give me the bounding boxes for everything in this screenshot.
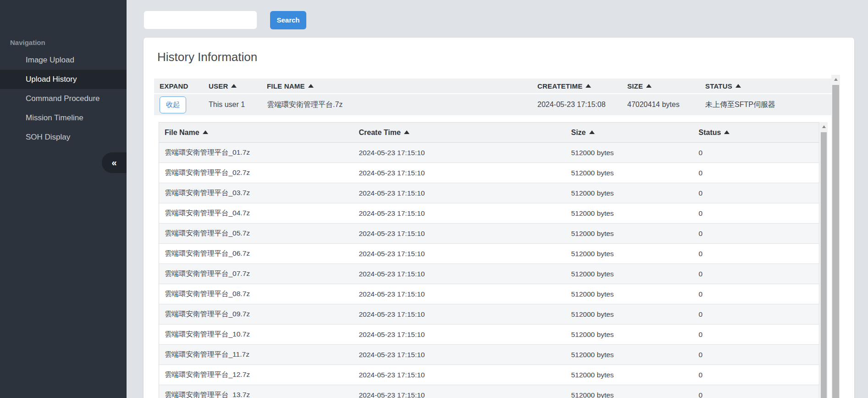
search-button[interactable]: Search <box>270 11 306 29</box>
sort-asc-icon <box>586 84 591 88</box>
outer-column-createtime[interactable]: CREATETIME <box>532 78 622 94</box>
cell-status: 0 <box>693 304 819 325</box>
cell-file-name: 雲端環安衛管理平台.7z <box>261 94 532 115</box>
cell-file-name: 雲端環安衛管理平台_02.7z <box>159 163 354 183</box>
cell-size: 512000 bytes <box>566 264 693 284</box>
column-label: CREATETIME <box>537 82 582 90</box>
inner-column-size[interactable]: Size <box>566 123 693 143</box>
file-parts-table: File NameCreate TimeSizeStatus 雲端環安衛管理平台… <box>159 122 819 398</box>
cell-create-time: 2024-05-23 17:15:10 <box>354 163 566 183</box>
cell-file-name: 雲端環安衛管理平台_05.7z <box>159 224 354 244</box>
history-panel-body: History Information EXPANDUSERFILE NAMEC… <box>144 38 854 398</box>
column-label: STATUS <box>705 82 732 90</box>
cell-create-time: 2024-05-23 17:15:10 <box>354 304 566 325</box>
sidebar-item-upload-history[interactable]: Upload History <box>0 70 127 89</box>
inner-scrollbar[interactable] <box>820 122 828 398</box>
cell-status: 0 <box>693 183 819 203</box>
sort-asc-icon <box>308 84 314 88</box>
sidebar-collapse-button[interactable]: « <box>102 152 127 173</box>
cell-status: 0 <box>693 163 819 183</box>
cell-createtime: 2024-05-23 17:15:08 <box>532 94 622 115</box>
cell-status: 未上傳至SFTP伺服器 <box>700 94 831 115</box>
cell-size: 512000 bytes <box>566 385 693 398</box>
inner-table-body: 雲端環安衛管理平台_01.7z2024-05-23 17:15:10512000… <box>159 143 819 398</box>
table-row: 雲端環安衛管理平台_08.7z2024-05-23 17:15:10512000… <box>159 284 819 304</box>
column-label: Status <box>699 129 721 136</box>
main-content: Search History Information EXPANDUSERFIL… <box>127 0 868 398</box>
cell-create-time: 2024-05-23 17:15:10 <box>354 284 566 304</box>
cell-file-name: 雲端環安衛管理平台_09.7z <box>159 304 354 325</box>
cell-file-name: 雲端環安衛管理平台_03.7z <box>159 183 354 203</box>
cell-file-name: 雲端環安衛管理平台_10.7z <box>159 325 354 345</box>
outer-column-user[interactable]: USER <box>203 78 261 94</box>
page-title: History Information <box>157 50 854 64</box>
scroll-up-button[interactable] <box>820 122 828 131</box>
sidebar-item-mission-timeline[interactable]: Mission Timeline <box>0 108 127 128</box>
column-label: Create Time <box>359 129 401 136</box>
cell-status: 0 <box>693 325 819 345</box>
table-row: 雲端環安衛管理平台_01.7z2024-05-23 17:15:10512000… <box>159 143 819 163</box>
cell-create-time: 2024-05-23 17:15:10 <box>354 325 566 345</box>
cell-create-time: 2024-05-23 17:15:10 <box>354 143 566 163</box>
sidebar-item-soh-display[interactable]: SOH Display <box>0 128 127 147</box>
cell-size: 512000 bytes <box>566 284 693 304</box>
inner-column-file-name[interactable]: File Name <box>159 123 354 143</box>
sort-asc-icon <box>231 84 237 88</box>
cell-create-time: 2024-05-23 17:15:10 <box>354 264 566 284</box>
outer-column-status[interactable]: STATUS <box>700 78 831 94</box>
cell-size: 512000 bytes <box>566 183 693 203</box>
column-label: SIZE <box>627 82 643 90</box>
cell-status: 0 <box>693 284 819 304</box>
sidebar-item-image-upload[interactable]: Image Upload <box>0 50 127 70</box>
sort-asc-icon <box>735 84 741 88</box>
cell-create-time: 2024-05-23 17:15:10 <box>354 365 566 385</box>
column-label: Size <box>571 129 586 136</box>
cell-size: 512000 bytes <box>566 224 693 244</box>
outer-column-size[interactable]: SIZE <box>622 78 700 94</box>
sort-asc-icon <box>203 130 208 134</box>
cell-status: 0 <box>693 244 819 264</box>
cell-file-name: 雲端環安衛管理平台_07.7z <box>159 264 354 284</box>
column-label: USER <box>209 82 228 90</box>
table-row: 雲端環安衛管理平台_02.7z2024-05-23 17:15:10512000… <box>159 163 819 183</box>
inner-scrollbar-thumb[interactable] <box>821 132 827 398</box>
cell-size: 512000 bytes <box>566 163 693 183</box>
cell-status: 0 <box>693 264 819 284</box>
outer-scrollbar-thumb[interactable] <box>832 85 839 398</box>
sort-asc-icon <box>589 130 595 134</box>
arrow-up-icon <box>834 78 838 81</box>
cell-size: 512000 bytes <box>566 244 693 264</box>
collapse-row-button[interactable]: 收起 <box>160 96 186 113</box>
inner-table-header-row: File NameCreate TimeSizeStatus <box>159 123 819 143</box>
cell-user: This user 1 <box>203 94 261 115</box>
cell-size: 512000 bytes <box>566 345 693 365</box>
cell-expand: 收起 <box>154 94 203 115</box>
inner-column-status[interactable]: Status <box>693 123 819 143</box>
outer-table-header-row: EXPANDUSERFILE NAMECREATETIMESIZESTATUS <box>154 78 831 94</box>
sort-asc-icon <box>724 130 730 134</box>
table-row: 雲端環安衛管理平台_11.7z2024-05-23 17:15:10512000… <box>159 345 819 365</box>
outer-scrollbar[interactable] <box>831 75 840 398</box>
upload-history-table: EXPANDUSERFILE NAMECREATETIMESIZESTATUS … <box>154 78 831 115</box>
cell-size: 512000 bytes <box>566 325 693 345</box>
outer-column-file-name[interactable]: FILE NAME <box>261 78 532 94</box>
sidebar-item-command-procedure[interactable]: Command Procedure <box>0 89 127 108</box>
cell-status: 0 <box>693 365 819 385</box>
cell-create-time: 2024-05-23 17:15:10 <box>354 385 566 398</box>
table-row: 雲端環安衛管理平台_09.7z2024-05-23 17:15:10512000… <box>159 304 819 325</box>
cell-file-name: 雲端環安衛管理平台_08.7z <box>159 284 354 304</box>
cell-file-name: 雲端環安衛管理平台_13.7z <box>159 385 354 398</box>
cell-create-time: 2024-05-23 17:15:10 <box>354 183 566 203</box>
cell-status: 0 <box>693 224 819 244</box>
table-row: 雲端環安衛管理平台_05.7z2024-05-23 17:15:10512000… <box>159 224 819 244</box>
search-input[interactable] <box>144 11 257 29</box>
upload-history-row: 收起 This user 1 雲端環安衛管理平台.7z 2024-05-23 1… <box>154 94 831 115</box>
outer-column-expand: EXPAND <box>154 78 203 94</box>
cell-file-name: 雲端環安衛管理平台_11.7z <box>159 345 354 365</box>
cell-size: 47020414 bytes <box>622 94 700 115</box>
scroll-up-button[interactable] <box>831 75 840 84</box>
inner-column-create-time[interactable]: Create Time <box>354 123 566 143</box>
sidebar-section-label: Navigation <box>10 39 127 46</box>
sidebar-nav: Image UploadUpload HistoryCommand Proced… <box>0 50 127 147</box>
cell-create-time: 2024-05-23 17:15:10 <box>354 345 566 365</box>
